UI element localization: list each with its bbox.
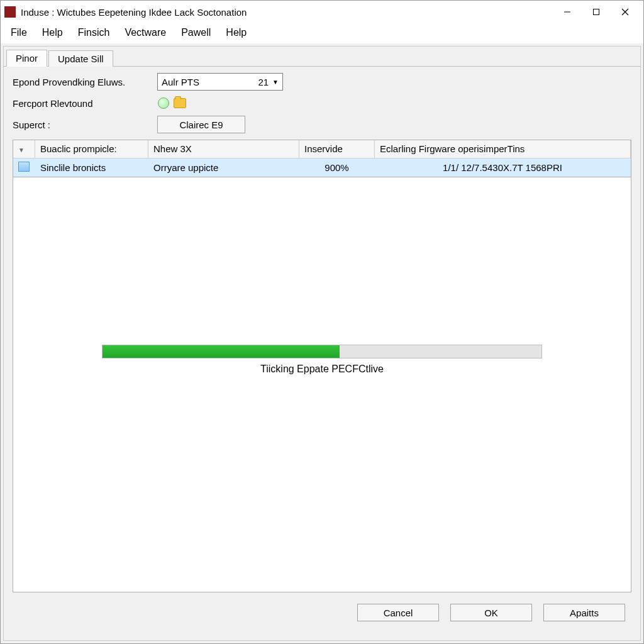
cell-inservide: 900% — [299, 158, 375, 177]
col-nhew[interactable]: Nhew 3X — [148, 140, 299, 158]
dropdown-value: Aulr PTS — [162, 77, 258, 87]
folder-icon[interactable] — [174, 97, 186, 109]
menu-help-1[interactable]: Help — [36, 26, 69, 40]
clairec-button[interactable]: Clairec E9 — [157, 116, 245, 133]
progress-bar — [102, 345, 542, 358]
progress-fill — [103, 345, 340, 358]
row-icon-cell — [13, 158, 35, 177]
window-title: Induse : Wictubes Eepetening Ikdee Lack … — [21, 7, 553, 18]
tab-pinor[interactable]: Pinor — [6, 50, 47, 67]
app-icon — [4, 6, 16, 18]
menubar: File Help Finsich Vectware Pawell Help — [1, 23, 643, 43]
col-buaclic[interactable]: Buaclic prompicle: — [35, 140, 148, 158]
label-superct: Superct : — [13, 119, 157, 130]
tab-update-sill[interactable]: Update Sill — [48, 50, 113, 67]
label-fercport: Fercport Rlevtound — [13, 98, 157, 109]
cell-eclarling: 1/1/ 12/7.5430X.7T 1568PRI — [375, 158, 631, 177]
menu-finsich[interactable]: Finsich — [72, 26, 116, 40]
titlebar: Induse : Wictubes Eepetening Ikdee Lack … — [1, 1, 643, 23]
maximize-button[interactable] — [582, 3, 611, 21]
menu-help-2[interactable]: Help — [219, 26, 253, 40]
dropdown-provendking[interactable]: Aulr PTS 21 ▼ — [157, 73, 283, 91]
chevron-down-icon: ▼ — [272, 79, 279, 86]
form-area: Epond Provendking Eluws. Aulr PTS 21 ▼ F… — [4, 67, 640, 137]
dropdown-number: 21 — [258, 77, 269, 87]
ok-button[interactable]: OK — [450, 604, 532, 621]
fercport-icons — [157, 97, 631, 109]
col-sort[interactable]: ▼ — [13, 140, 35, 158]
label-provendking: Epond Provendking Eluws. — [13, 77, 157, 87]
menu-pawell[interactable]: Pawell — [175, 26, 217, 40]
close-icon — [621, 8, 629, 16]
cancel-button[interactable]: Cancel — [357, 604, 439, 621]
tabstrip: Pinor Update Sill — [4, 47, 640, 67]
sort-down-icon: ▼ — [18, 147, 25, 153]
table-header-row: ▼ Buaclic prompicle: Nhew 3X Inservide E… — [13, 140, 631, 158]
minimize-button[interactable] — [553, 3, 582, 21]
superct-button-wrap: Clairec E9 — [157, 116, 631, 133]
table-row[interactable]: Sinclile bronicts Orryare uppicte 900% 1… — [13, 158, 631, 177]
progress-label: Tiicking Eppate PECFCtlive — [260, 364, 384, 375]
svg-rect-1 — [594, 9, 599, 15]
cell-nhew: Orryare uppicte — [148, 158, 299, 177]
footer-buttons: Cancel OK Apaitts — [4, 592, 640, 640]
col-eclarling[interactable]: Eclarling Firgware operisimperTins — [375, 140, 631, 158]
client-area: Pinor Update Sill Epond Provendking Eluw… — [3, 46, 641, 641]
cell-buaclic: Sinclile bronicts — [35, 158, 148, 177]
apply-button[interactable]: Apaitts — [543, 604, 625, 621]
window-controls — [553, 3, 640, 21]
main-window: Induse : Wictubes Eepetening Ikdee Lack … — [0, 0, 644, 644]
device-icon — [18, 162, 30, 172]
minimize-icon — [564, 8, 571, 16]
menu-vectware[interactable]: Vectware — [118, 26, 172, 40]
close-button[interactable] — [611, 3, 640, 21]
device-table: ▼ Buaclic prompicle: Nhew 3X Inservide E… — [13, 140, 631, 177]
menu-file[interactable]: File — [4, 26, 33, 40]
col-inservide[interactable]: Inservide — [299, 140, 375, 158]
refresh-icon[interactable] — [157, 97, 170, 109]
progress-area: Tiicking Eppate PECFCtlive — [13, 177, 631, 592]
maximize-icon — [592, 8, 600, 16]
